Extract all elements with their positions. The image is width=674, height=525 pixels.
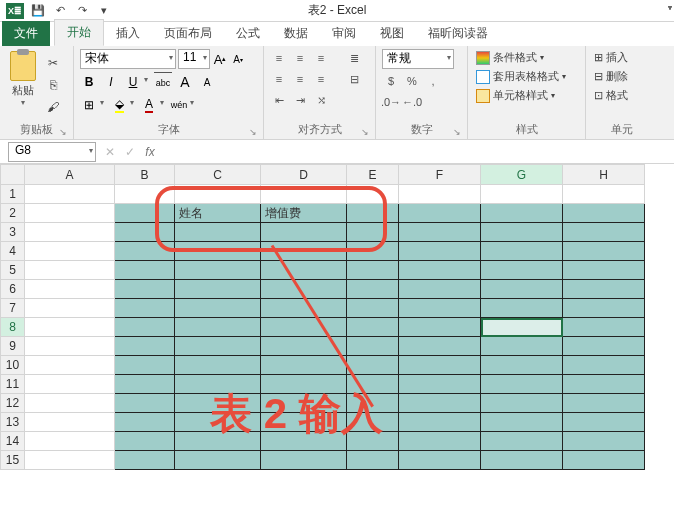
cell-E4[interactable] — [347, 242, 399, 261]
format-cells-button[interactable]: ⊡ 格式 — [592, 87, 652, 104]
row-header-3[interactable]: 3 — [1, 223, 25, 242]
cell-D3[interactable] — [261, 223, 347, 242]
row-header-12[interactable]: 12 — [1, 394, 25, 413]
cell-E9[interactable] — [347, 337, 399, 356]
tab-data[interactable]: 数据 — [272, 21, 320, 46]
cell-F11[interactable] — [399, 375, 481, 394]
tab-page-layout[interactable]: 页面布局 — [152, 21, 224, 46]
cell-C5[interactable] — [175, 261, 261, 280]
decrease-font-a[interactable]: A — [198, 72, 216, 92]
increase-font-button[interactable]: A▴ — [212, 49, 228, 69]
font-launcher[interactable]: ↘ — [249, 127, 257, 137]
cell-C15[interactable] — [175, 451, 261, 470]
cell-C14[interactable] — [175, 432, 261, 451]
cell-B7[interactable] — [115, 299, 175, 318]
align-bottom-button[interactable]: ≡ — [312, 49, 330, 67]
font-size-select[interactable]: 11 — [178, 49, 210, 69]
cell-C7[interactable] — [175, 299, 261, 318]
align-left-button[interactable]: ≡ — [270, 70, 288, 88]
cell-E3[interactable] — [347, 223, 399, 242]
qat-customize[interactable]: ▾ — [96, 3, 112, 19]
column-header-H[interactable]: H — [563, 165, 645, 185]
cell-D7[interactable] — [261, 299, 347, 318]
row-header-2[interactable]: 2 — [1, 204, 25, 223]
cell-F10[interactable] — [399, 356, 481, 375]
decrease-decimal-button[interactable]: ←.0 — [403, 93, 421, 111]
cell-H15[interactable] — [563, 451, 645, 470]
cell-D13[interactable] — [261, 413, 347, 432]
column-header-E[interactable]: E — [347, 165, 399, 185]
cell-F13[interactable] — [399, 413, 481, 432]
cell-D15[interactable] — [261, 451, 347, 470]
cell-H5[interactable] — [563, 261, 645, 280]
cell-F15[interactable] — [399, 451, 481, 470]
cell-F8[interactable] — [399, 318, 481, 337]
cell-E11[interactable] — [347, 375, 399, 394]
cell-G9[interactable] — [481, 337, 563, 356]
tab-formulas[interactable]: 公式 — [224, 21, 272, 46]
conditional-formatting-button[interactable]: 条件格式▾ — [474, 49, 579, 66]
row-header-4[interactable]: 4 — [1, 242, 25, 261]
tab-file[interactable]: 文件 — [2, 21, 50, 46]
cell-styles-button[interactable]: 单元格样式▾ — [474, 87, 579, 104]
fill-color-button[interactable]: ⬙ — [110, 95, 128, 115]
cell-B2[interactable] — [115, 204, 175, 223]
delete-cells-button[interactable]: ⊟ 删除 — [592, 68, 652, 85]
cell-D11[interactable] — [261, 375, 347, 394]
row-header-5[interactable]: 5 — [1, 261, 25, 280]
cell-G8[interactable] — [481, 318, 563, 337]
cell-F4[interactable] — [399, 242, 481, 261]
column-header-A[interactable]: A — [25, 165, 115, 185]
ruby-button[interactable]: wén — [170, 95, 188, 115]
cell-A13[interactable] — [25, 413, 115, 432]
cell-G7[interactable] — [481, 299, 563, 318]
decrease-indent-button[interactable]: ⇤ — [270, 91, 288, 109]
cell-G12[interactable] — [481, 394, 563, 413]
cell-B3[interactable] — [115, 223, 175, 242]
cell-D4[interactable] — [261, 242, 347, 261]
cell-E5[interactable] — [347, 261, 399, 280]
paste-button[interactable]: 粘贴 ▾ — [6, 49, 40, 120]
clipboard-launcher[interactable]: ↘ — [59, 127, 67, 137]
fx-button[interactable]: fx — [140, 142, 160, 162]
merge-center-button[interactable]: ⊟ — [340, 70, 368, 88]
cell-A14[interactable] — [25, 432, 115, 451]
row-header-11[interactable]: 11 — [1, 375, 25, 394]
cell-A12[interactable] — [25, 394, 115, 413]
cell-E2[interactable] — [347, 204, 399, 223]
cell-C13[interactable] — [175, 413, 261, 432]
column-header-G[interactable]: G — [481, 165, 563, 185]
decrease-font-button[interactable]: A▾ — [230, 49, 246, 69]
cell-G14[interactable] — [481, 432, 563, 451]
row-header-9[interactable]: 9 — [1, 337, 25, 356]
row-header-7[interactable]: 7 — [1, 299, 25, 318]
wrap-text-button[interactable]: ≣ — [340, 49, 368, 67]
cell-D5[interactable] — [261, 261, 347, 280]
cell-C3[interactable] — [175, 223, 261, 242]
cell-F1[interactable] — [399, 185, 481, 204]
cell-B12[interactable] — [115, 394, 175, 413]
cell-A15[interactable] — [25, 451, 115, 470]
cell-C6[interactable] — [175, 280, 261, 299]
cell-G11[interactable] — [481, 375, 563, 394]
format-as-table-button[interactable]: 套用表格格式▾ — [474, 68, 579, 85]
font-color-button[interactable]: A — [140, 95, 158, 115]
cell-H4[interactable] — [563, 242, 645, 261]
cell-A7[interactable] — [25, 299, 115, 318]
cell-H11[interactable] — [563, 375, 645, 394]
cell-A2[interactable] — [25, 204, 115, 223]
bold-button[interactable]: B — [80, 72, 98, 92]
cell-C1[interactable] — [175, 185, 261, 204]
row-header-14[interactable]: 14 — [1, 432, 25, 451]
tab-view[interactable]: 视图 — [368, 21, 416, 46]
cell-A6[interactable] — [25, 280, 115, 299]
cell-F14[interactable] — [399, 432, 481, 451]
cell-H2[interactable] — [563, 204, 645, 223]
underline-button[interactable]: U — [124, 72, 142, 92]
cell-B15[interactable] — [115, 451, 175, 470]
cell-A11[interactable] — [25, 375, 115, 394]
format-painter-button[interactable]: 🖌 — [44, 98, 62, 116]
cell-F12[interactable] — [399, 394, 481, 413]
comma-button[interactable]: , — [424, 72, 442, 90]
cell-C12[interactable] — [175, 394, 261, 413]
